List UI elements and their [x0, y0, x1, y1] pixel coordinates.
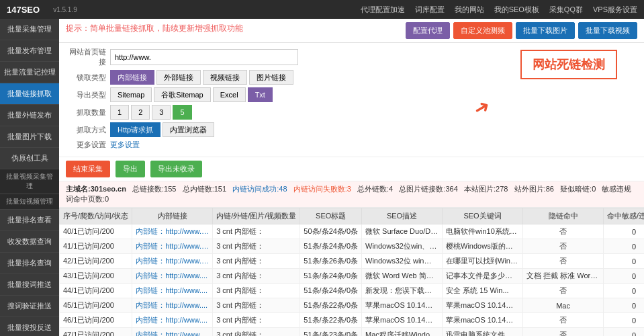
version-label: v1.5.1.9 — [53, 6, 77, 13]
sidebar-item-searchsend[interactable]: 批量搜投反送 — [0, 317, 59, 336]
cell-seo-count: 51条/条26条/0条 — [300, 254, 362, 269]
sidebar: 批量采集管理 批量发布管理 批量流量记控理 批量链接抓取 批量外链发布 批量图片… — [0, 19, 59, 336]
sidebar-item-collect[interactable]: 批量采集管理 — [0, 19, 59, 40]
proxy-config-button[interactable]: 配置代理 — [406, 22, 450, 39]
main-content: 提示：简单批量链接抓取，陆续更新增强抓取功能 配置代理 自定义池测频 批量下载图… — [59, 19, 644, 336]
sidebar-item-videomanage[interactable]: 批量视频采集管理 — [0, 169, 59, 194]
sidebar-item-verifyword[interactable]: 搜词验证推送 — [0, 296, 59, 317]
fetch-type-group: 内部链接 外部链接 视频链接 图片链接 — [110, 70, 293, 85]
fetch-type-video[interactable]: 视频链接 — [203, 70, 247, 85]
nav-mysite[interactable]: 我的网站 — [455, 5, 484, 15]
cell-violation: 0 — [604, 298, 644, 313]
output-type-group: Sitemap 谷歌Sitemap Excel Txt — [110, 87, 273, 102]
output-type-txt[interactable]: Txt — [248, 87, 273, 102]
fetch-type-image[interactable]: 图片链接 — [249, 70, 293, 85]
output-type-googlesitemap[interactable]: 谷歌Sitemap — [154, 87, 210, 102]
cell-seq: 44/1已访问/200 — [60, 284, 132, 298]
sidebar-item-publish[interactable]: 批量发布管理 — [0, 40, 59, 62]
fetch-method-http[interactable]: Http请求抓 — [110, 122, 160, 137]
sidebar-item-pseudooriginal[interactable]: 伪原创工具 — [0, 148, 59, 169]
info-tip: 提示：简单批量链接抓取，陆续更新增强抓取功能 — [66, 23, 243, 34]
cell-seo-desc: 迅雷电脑系统文件 注册表 Win... — [443, 328, 523, 337]
output-type-sitemap[interactable]: Sitemap — [110, 87, 152, 102]
sidebar-item-rankquery[interactable]: 批量排名查询 — [0, 253, 59, 274]
export-button[interactable]: 导出 — [116, 161, 145, 177]
col-seo-desc: SEO描述 — [362, 208, 443, 224]
cell-link[interactable]: 内部链：http://www.... — [132, 298, 213, 313]
cell-counts: 3 cnt 内部链： — [213, 239, 300, 254]
table-container: 序号/爬数/访问/状态 内部链接 内链/外链/图片/视频数量 SEO标题 SEO… — [59, 208, 644, 336]
cell-keyword: 否 — [523, 239, 604, 254]
fetch-type-internal[interactable]: 内部链接 — [110, 70, 154, 85]
stats-site: 主域名:301seo.cn — [66, 185, 126, 193]
cell-seq: 47/1已访问/200 — [60, 328, 132, 337]
fetch-method-label: 抓取方式 — [66, 125, 106, 135]
fetch-type-row: 锁取类型 内部链接 外部链接 视频链接 图片链接 — [66, 70, 637, 85]
cell-keyword: 否 — [523, 224, 604, 239]
fetch-type-external[interactable]: 外部链接 — [156, 70, 201, 85]
fetch-method-row: 抓取方式 Http请求抓 内置浏览器 — [66, 122, 637, 137]
table-header: 序号/爬数/访问/状态 内部链接 内链/外链/图片/视频数量 SEO标题 SEO… — [60, 208, 645, 224]
site-url-row: 网站首页链接 — [66, 47, 637, 67]
cell-link[interactable]: 内部链：http://www.... — [132, 313, 213, 328]
nav-proxy[interactable]: 代理配置加速 — [361, 5, 405, 15]
cell-seo-title: 微软 Surface Duo/Duo 2 — [362, 224, 443, 239]
more-settings-row: 更多设置 更多设置 — [66, 140, 637, 150]
col-seq: 序号/爬数/访问/状态 — [60, 208, 132, 224]
cell-link[interactable]: 内部链：http://www.... — [132, 269, 213, 284]
col-link: 内部链接 — [132, 208, 213, 224]
sidebar-item-dataquery[interactable]: 收发数据查询 — [0, 231, 59, 253]
top-nav-right: 代理配置加速 词库配置 我的网站 我的SEO模板 采集QQ群 VPS服务设置 — [361, 5, 637, 15]
sidebar-item-flow[interactable]: 批量流量记控理 — [0, 62, 59, 83]
fetch-count-1[interactable]: 1 — [110, 105, 129, 120]
brand-name: 147SEO — [7, 5, 40, 15]
cell-keyword: 文档 拦截 标准 Word 模式 W — [523, 269, 604, 284]
table-row: 42/1已访问/200 内部链：http://www.1... 3 cnt 内部… — [60, 254, 645, 269]
cell-seo-count: 51条/条24条/0条 — [300, 269, 362, 284]
stats-visit-success[interactable]: 内链访问成功:48 — [232, 185, 287, 193]
fetch-count-3[interactable]: 3 — [152, 105, 171, 120]
site-url-input[interactable] — [110, 49, 298, 65]
custom-pool-button[interactable]: 自定义池测频 — [453, 22, 512, 39]
col-hidden: 隐链命中 — [523, 208, 604, 224]
cell-counts: 3 cnt 内部链： — [213, 328, 300, 337]
cell-seo-title: Windows32位win、win... — [362, 239, 443, 254]
cell-link[interactable]: 内部链：http://www.1... — [132, 254, 213, 269]
top-nav: 147SEO v1.5.1.9 代理配置加速 词库配置 我的网站 我的SEO模板… — [0, 0, 644, 19]
cell-violation: 0 — [604, 313, 644, 328]
cell-link[interactable]: 内部链：http://www.3... — [132, 224, 213, 239]
sidebar-item-rankview[interactable]: 批量排名查看 — [0, 210, 59, 231]
cell-link[interactable]: 内部链：http://www.... — [132, 328, 213, 337]
cell-link[interactable]: 内部链：http://www.... — [132, 284, 213, 298]
sidebar-item-shortvideo[interactable]: 批量短视频管理 — [0, 194, 59, 210]
cell-seo-desc: 樱桃Windows版的近代代表... — [443, 239, 523, 254]
more-settings-link[interactable]: 更多设置 — [110, 140, 140, 150]
output-type-excel[interactable]: Excel — [213, 87, 246, 102]
cell-link[interactable]: 内部链：http://www.2... — [132, 239, 213, 254]
export-uncollected-button[interactable]: 导出未收录 — [150, 161, 202, 177]
nav-dict[interactable]: 词库配置 — [415, 5, 445, 15]
sidebar-item-links[interactable]: 批量链接抓取 — [0, 83, 59, 105]
cell-seo-count: 50条/条24条/0条 — [300, 224, 362, 239]
fetch-method-browser[interactable]: 内置浏览器 — [163, 122, 214, 137]
cell-seo-title: 苹果macOS 10.14版功能全... — [362, 298, 443, 313]
cell-violation: 0 — [604, 284, 644, 298]
cell-counts: 3 cnt 内部链： — [213, 284, 300, 298]
batch-download-video-button[interactable]: 批量下载视频 — [578, 22, 637, 39]
nav-vps[interactable]: VPS服务设置 — [593, 5, 637, 15]
cell-seo-title: 微软 Word Web 简单版/全版 — [362, 269, 443, 284]
col-violation: 命中敏感/违规词 — [604, 208, 644, 224]
nav-qqgroup[interactable]: 采集QQ群 — [549, 5, 583, 15]
fetch-count-5[interactable]: 5 — [173, 105, 191, 120]
sidebar-item-external[interactable]: 批量外链发布 — [0, 105, 59, 126]
cell-seo-title: 新发现：您误下载了您系统第五... — [362, 284, 443, 298]
sidebar-item-imgdownload[interactable]: 批量图片下载 — [0, 126, 59, 148]
cell-seo-desc: 记事本文件是多少钱的工作不... — [443, 269, 523, 284]
sidebar-item-wordpush[interactable]: 批量搜词推送 — [0, 274, 59, 296]
cell-counts: 3 cnt 内部链： — [213, 254, 300, 269]
cell-violation: 0 — [604, 328, 644, 337]
nav-seotemplate[interactable]: 我的SEO模板 — [494, 5, 539, 15]
start-fetch-button[interactable]: 结束采集 — [66, 161, 110, 177]
batch-download-img-button[interactable]: 批量下载图片 — [516, 22, 575, 39]
fetch-count-2[interactable]: 2 — [131, 105, 150, 120]
